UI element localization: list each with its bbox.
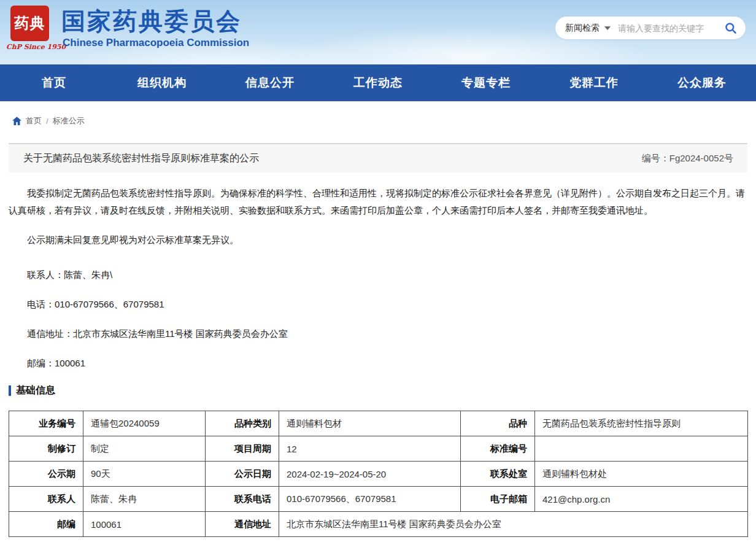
cell-value-email: 421@chp.org.cn [535,487,748,512]
search-button[interactable] [725,22,737,34]
cell-value-business-no: 通辅包20240059 [83,411,206,436]
cell-label-variety-category: 品种类别 [206,411,279,436]
cell-label-email: 电子邮箱 [461,487,535,512]
chp-seal-logo[interactable]: 药典 [10,6,49,41]
basic-info-section-header: 基础信息 [9,384,747,397]
cell-label-mail-address: 通信地址 [206,512,279,537]
cell-value-publicity-date: 2024-02-19~2024-05-20 [279,462,461,487]
cell-value-publicity-period: 90天 [83,462,206,487]
cell-value-revision-type: 制定 [83,436,206,462]
table-row: 业务编号 通辅包20240059 品种类别 通则辅料包材 品种 无菌药品包装系统… [9,411,748,436]
cell-label-contact-office: 联系处室 [461,462,535,487]
nav-item-organization[interactable]: 组织机构 [108,64,216,101]
cell-value-standard-no [535,436,748,462]
main-nav: 首页 组织机构 信息公开 工作动态 专题专栏 党群工作 公众服务 [0,64,756,101]
basic-info-table: 业务编号 通辅包20240059 品种类别 通则辅料包材 品种 无菌药品包装系统… [9,411,748,537]
seal-caption: ChP Since 1950 [6,43,61,51]
search-input[interactable] [617,23,721,34]
search-bar: 新闻检索 [555,17,746,39]
cell-label-contact-person: 联系人 [9,487,83,512]
paragraph-intro: 我委拟制定无菌药品包装系统密封性指导原则。为确保标准的科学性、合理性和适用性，现… [9,185,747,219]
site-header: 药典 ChP Since 1950 国家药典委员会 Chinese Pharma… [0,0,756,64]
nav-item-special-topics[interactable]: 专题专栏 [432,64,540,101]
chevron-down-icon [604,26,611,30]
section-title-text: 基础信息 [16,384,55,397]
cell-label-postcode: 邮编 [9,512,83,537]
table-row: 公示期 90天 公示日期 2024-02-19~2024-05-20 联系处室 … [9,462,748,487]
paragraph-mail-address: 通信地址：北京市东城区法华南里11号楼 国家药典委员会办公室 [9,325,747,342]
nav-item-public-service[interactable]: 公众服务 [648,64,756,101]
paragraph-postcode: 邮编：100061 [9,355,747,372]
seal-text: 药典 [15,14,45,33]
cell-value-contact-phone: 010-67079566、67079581 [279,487,461,512]
cell-label-revision-type: 制修订 [9,436,83,462]
breadcrumb-separator: / [46,117,48,126]
search-category-label: 新闻检索 [565,23,600,34]
nav-item-work-news[interactable]: 工作动态 [324,64,432,101]
breadcrumb-current-link[interactable]: 标准公示 [53,115,85,126]
cell-label-publicity-period: 公示期 [9,462,83,487]
site-subtitle: Chinese Pharmacopoeia Commission [63,37,249,49]
cell-value-project-period: 12 [279,436,461,462]
search-icon [725,22,737,34]
nav-item-info-disclosure[interactable]: 信息公开 [216,64,324,101]
cell-label-project-period: 项目周期 [206,436,279,462]
article-body: 我委拟制定无菌药品包装系统密封性指导原则。为确保标准的科学性、合理性和适用性，现… [9,185,747,372]
doc-number: 编号：Fg2024-0052号 [642,153,733,164]
cell-value-postcode: 100061 [83,512,206,537]
article-title: 关于无菌药品包装系统密封性指导原则标准草案的公示 [23,152,259,165]
cell-value-variety: 无菌药品包装系统密封性指导原则 [535,411,748,436]
breadcrumb-home-link[interactable]: 首页 [26,115,42,126]
search-category-select[interactable]: 新闻检索 [565,23,617,34]
table-row: 制修订 制定 项目周期 12 标准编号 [9,436,748,462]
home-icon [12,117,21,125]
cell-value-variety-category: 通则辅料包材 [279,411,461,436]
table-row: 邮编 100061 通信地址 北京市东城区法华南里11号楼 国家药典委员会办公室 [9,512,748,537]
cell-label-contact-phone: 联系电话 [206,487,279,512]
cell-value-contact-person: 陈蕾、朱冉 [83,487,206,512]
nav-item-home[interactable]: 首页 [0,64,108,101]
cell-label-business-no: 业务编号 [9,411,83,436]
cell-label-standard-no: 标准编号 [461,436,535,462]
cell-label-publicity-date: 公示日期 [206,462,279,487]
cell-label-variety: 品种 [461,411,535,436]
cell-value-contact-office: 通则辅料包材处 [535,462,748,487]
breadcrumb: 首页 / 标准公示 [0,101,756,127]
section-accent-bar [9,385,11,396]
table-row: 联系人 陈蕾、朱冉 联系电话 010-67079566、67079581 电子邮… [9,487,748,512]
nav-item-party-work[interactable]: 党群工作 [540,64,648,101]
paragraph-no-objection: 公示期满未回复意见即视为对公示标准草案无异议。 [9,231,747,249]
article-title-bar: 关于无菌药品包装系统密封性指导原则标准草案的公示 编号：Fg2024-0052号 [9,143,747,172]
cell-value-mail-address: 北京市东城区法华南里11号楼 国家药典委员会办公室 [279,512,748,537]
site-title: 国家药典委员会 [61,5,242,38]
paragraph-contact-person: 联系人：陈蕾、朱冉\ [9,266,747,284]
paragraph-phone: 电话：010-67079566、67079581 [9,296,747,313]
